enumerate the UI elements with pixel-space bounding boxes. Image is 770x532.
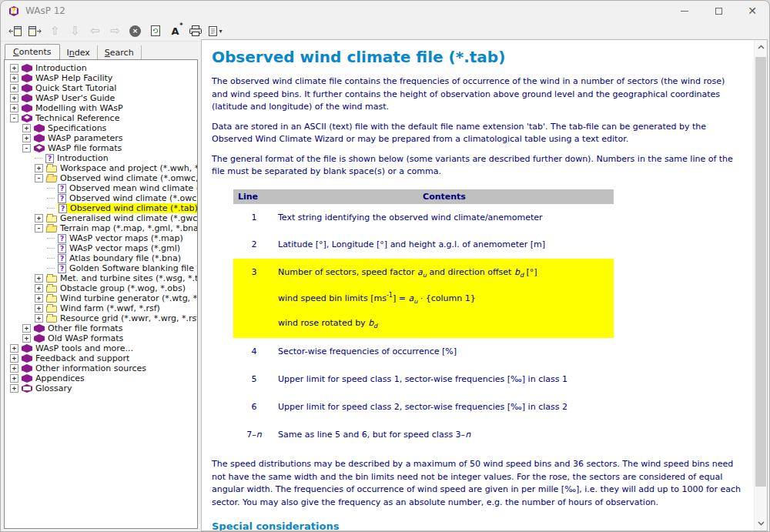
tree-item[interactable]: +Wind farm (*.wwf, *.rsf) xyxy=(6,303,197,313)
scroll-up-icon[interactable] xyxy=(755,40,767,54)
expand-toggle[interactable]: + xyxy=(35,294,43,303)
expand-toggle[interactable]: + xyxy=(22,134,31,142)
hide-panel-icon[interactable] xyxy=(6,22,24,39)
print-icon[interactable] xyxy=(186,22,204,39)
help-topic-icon: ? xyxy=(58,234,66,243)
tree-item[interactable]: +Specifications xyxy=(6,123,197,133)
help-topic-icon: ? xyxy=(58,244,66,253)
topic-pane: Observed wind climate file (*.tab) The o… xyxy=(201,39,768,531)
expand-toggle[interactable]: + xyxy=(22,324,31,333)
scroll-down-icon[interactable] xyxy=(755,517,767,530)
tree-item[interactable]: ?Observed mean wind climate (*.omwc) xyxy=(6,183,197,193)
expand-toggle[interactable]: + xyxy=(10,94,18,102)
tree-item-label: Atlas boundary file (*.bna) xyxy=(69,253,181,263)
expand-toggle[interactable]: + xyxy=(10,364,18,373)
scroll-thumb[interactable] xyxy=(755,57,766,487)
tree-item-label: Technical Reference xyxy=(35,113,119,123)
expand-toggle[interactable]: + xyxy=(22,124,31,132)
tree-item[interactable]: +WAsP Help Facility xyxy=(6,73,197,83)
tree-item[interactable]: -Technical Reference xyxy=(6,113,197,123)
next-topic-icon[interactable]: ⇩ xyxy=(66,22,84,39)
expand-toggle[interactable]: + xyxy=(10,104,18,112)
close-button[interactable]: ✕ xyxy=(735,1,769,21)
tree-item[interactable]: +WAsP tools and more... xyxy=(6,343,197,353)
refresh-icon[interactable] xyxy=(146,22,164,39)
tree-item[interactable]: -Observed wind climate (*.omwc, *.owc, *… xyxy=(6,173,197,183)
tab-search[interactable]: Search xyxy=(98,45,142,59)
expand-toggle[interactable]: + xyxy=(10,374,18,383)
tree-item[interactable]: -Terrain map (*.map, *.gml, *.bna, *.bln… xyxy=(6,223,197,233)
collapse-toggle[interactable]: - xyxy=(35,174,43,182)
stop-icon[interactable]: × xyxy=(126,22,144,39)
expand-toggle[interactable]: + xyxy=(10,84,18,92)
tree-item[interactable]: +Modelling with WAsP xyxy=(6,103,197,113)
tree-item[interactable]: +Obstacle group (*.wog, *.obs) xyxy=(6,283,197,293)
tree-item[interactable]: +Feedback and support xyxy=(6,353,197,363)
expand-toggle[interactable]: + xyxy=(10,64,18,72)
options-icon[interactable]: ▾ xyxy=(206,22,224,39)
tree-item[interactable]: +Other file formats xyxy=(6,323,197,333)
font-icon[interactable]: A* xyxy=(166,22,184,39)
format-table-row: 7–nSame as line 5 and 6, but for speed c… xyxy=(233,421,614,449)
expand-toggle[interactable]: + xyxy=(35,314,43,323)
tree-item[interactable]: ?Observed wind climate (*.owc) xyxy=(6,193,197,203)
locate-icon[interactable] xyxy=(26,22,44,39)
expand-toggle[interactable]: + xyxy=(35,214,43,223)
expand-toggle[interactable]: + xyxy=(10,384,18,393)
maximize-button[interactable] xyxy=(701,1,735,21)
tree-item[interactable]: ?WAsP vector maps (*.gml) xyxy=(6,243,197,253)
tree-item[interactable]: +Workspace and project (*.wwh, *.wph) xyxy=(6,163,197,173)
tree-item-label: Wind farm (*.wwf, *.rsf) xyxy=(60,303,160,313)
tree-item[interactable]: +Wind turbine generator (*.wtg, *.pow) xyxy=(6,293,197,303)
expand-toggle[interactable]: + xyxy=(22,334,31,343)
tree-item[interactable]: +Resource grid (*.wwr, *.wrg, *.rsf) xyxy=(6,313,197,323)
tree-item-label: WAsP vector maps (*.gml) xyxy=(69,243,180,253)
topic-scrollbar[interactable] xyxy=(754,40,767,530)
tree-item[interactable]: +Other information sources xyxy=(6,363,197,373)
format-table-row: 6Upper limit for speed class 2, sector-w… xyxy=(233,393,614,421)
tree-item[interactable]: +Met. and turbine sites (*.wsg, *.txt) xyxy=(6,273,197,283)
back-icon[interactable]: ⇦ xyxy=(86,22,104,39)
tree-item-label: Workspace and project (*.wwh, *.wph) xyxy=(60,163,197,173)
closed-book-icon xyxy=(22,104,32,112)
expand-toggle[interactable]: + xyxy=(35,164,43,172)
tree-item[interactable]: +Generalised wind climate (*.gwc, *.rwc,… xyxy=(6,213,197,223)
tab-contents[interactable]: Contents xyxy=(5,44,60,59)
line-number-cell: 2 xyxy=(233,231,275,259)
tree-item[interactable]: ?Atlas boundary file (*.bna) xyxy=(6,253,197,263)
glossary-icon xyxy=(22,384,32,393)
tree-item[interactable]: -WAsP file formats xyxy=(6,143,197,153)
paragraph: The general format of the file is shown … xyxy=(212,153,742,179)
tree-item[interactable]: ?Golden Software blanking file (*.bln) xyxy=(6,263,197,273)
expand-toggle[interactable]: + xyxy=(10,344,18,353)
expand-toggle[interactable]: + xyxy=(35,274,43,283)
line-number-cell: 1 xyxy=(233,204,275,232)
collapse-toggle[interactable]: - xyxy=(10,114,18,122)
minimize-button[interactable] xyxy=(668,1,701,21)
folder-icon xyxy=(46,306,57,313)
format-table-body: 1Text string identifying the observed wi… xyxy=(233,204,614,450)
tree-item[interactable]: ?WAsP vector maps (*.map) xyxy=(6,233,197,243)
expand-toggle[interactable]: + xyxy=(10,354,18,363)
help-topic-icon: ? xyxy=(58,254,66,263)
tree-item[interactable]: +Introduction xyxy=(6,63,197,73)
tree-item[interactable]: +Old WAsP formats xyxy=(6,333,197,343)
format-table-row: 3Number of sectors, speed factor au and … xyxy=(233,259,614,338)
tree-item[interactable]: +Quick Start Tutorial xyxy=(6,83,197,93)
line-number-cell: 4 xyxy=(233,338,275,366)
tree-item[interactable]: ?Observed wind climate (*.tab) xyxy=(6,203,197,213)
tree-item[interactable]: +WAsP User's Guide xyxy=(6,93,197,103)
tree-item[interactable]: +Glossary xyxy=(6,383,197,393)
tree-item[interactable]: ?Introduction xyxy=(6,153,197,163)
forward-icon[interactable]: ⇨ xyxy=(106,22,124,39)
expand-toggle[interactable]: + xyxy=(35,284,43,293)
tab-index[interactable]: Index xyxy=(60,45,98,59)
previous-topic-icon[interactable]: ⇧ xyxy=(46,22,64,39)
expand-toggle[interactable]: + xyxy=(35,304,43,313)
tree-item[interactable]: +Appendices xyxy=(6,373,197,383)
collapse-toggle[interactable]: - xyxy=(22,144,31,152)
collapse-toggle[interactable]: - xyxy=(35,224,43,233)
expand-toggle[interactable]: + xyxy=(10,74,18,82)
tree-item[interactable]: +WAsP parameters xyxy=(6,133,197,143)
format-table-header: Line Contents xyxy=(233,189,614,204)
